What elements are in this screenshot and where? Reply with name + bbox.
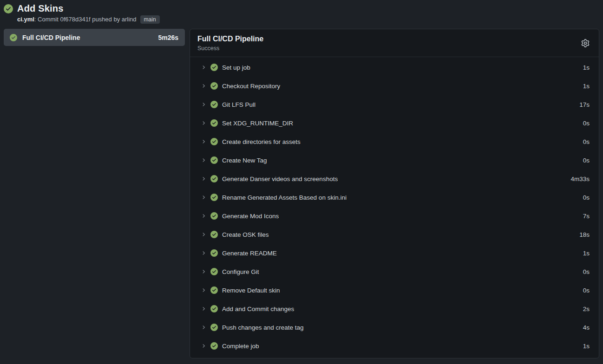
workflow-file: ci.yml [17, 16, 34, 23]
run-title: Add Skins [17, 3, 160, 14]
step-row[interactable]: Add and Commit changes 2s [190, 299, 599, 318]
check-circle-icon [210, 101, 218, 108]
chevron-right-icon[interactable] [201, 213, 206, 219]
step-name: Push changes and create tag [222, 324, 304, 331]
step-row[interactable]: Rename Generated Assets Based on skin.in… [190, 188, 599, 207]
check-circle-icon [210, 305, 218, 312]
step-row[interactable]: Complete job 1s [190, 337, 599, 355]
step-duration: 1s [583, 250, 590, 257]
step-name: Set XDG_RUNTIME_DIR [222, 120, 293, 127]
check-circle-icon [210, 82, 218, 90]
chevron-right-icon[interactable] [201, 157, 206, 163]
step-name: Add and Commit changes [222, 306, 294, 312]
step-name: Create directories for assets [222, 138, 301, 145]
run-success-icon [4, 4, 13, 13]
step-name: Create OSK files [222, 231, 269, 238]
jobs-sidebar: Full CI/CD Pipeline 5m26s [4, 29, 185, 46]
panel-job-title: Full CI/CD Pipeline [197, 34, 263, 44]
step-row[interactable]: Set XDG_RUNTIME_DIR 0s [190, 114, 599, 132]
chevron-right-icon[interactable] [201, 139, 206, 144]
step-row[interactable]: Generate README 1s [190, 244, 599, 262]
chevron-right-icon[interactable] [201, 195, 206, 200]
run-header-text: Add Skins ci.yml: Commit 0f678d341f push… [17, 3, 160, 24]
step-duration: 17s [579, 101, 590, 108]
step-name: Create New Tag [222, 157, 267, 164]
chevron-right-icon[interactable] [201, 120, 206, 126]
step-duration: 0s [583, 157, 590, 164]
check-circle-icon [210, 324, 218, 331]
check-circle-icon [210, 156, 218, 164]
check-circle-icon [210, 286, 218, 294]
step-name: Rename Generated Assets Based on skin.in… [222, 194, 347, 201]
step-duration: 1s [583, 343, 590, 350]
step-row[interactable]: Configure Git 0s [190, 262, 599, 281]
chevron-right-icon[interactable] [201, 102, 206, 107]
panel-job-status: Success [197, 45, 263, 52]
step-row[interactable]: Create New Tag 0s [190, 151, 599, 169]
run-meta: ci.yml: Commit 0f678d341f pushed by arli… [17, 15, 160, 24]
chevron-right-icon[interactable] [201, 269, 206, 274]
panel-header-text: Full CI/CD Pipeline Success [197, 34, 263, 52]
chevron-right-icon[interactable] [201, 343, 206, 349]
chevron-right-icon[interactable] [201, 83, 206, 89]
step-row[interactable]: Generate Danser videos and screenshots 4… [190, 169, 599, 188]
step-name: Generate Mod Icons [222, 213, 279, 220]
chevron-right-icon[interactable] [201, 287, 206, 293]
chevron-right-icon[interactable] [201, 250, 206, 256]
step-duration: 0s [583, 268, 590, 275]
panel-header: Full CI/CD Pipeline Success [190, 29, 599, 57]
chevron-right-icon[interactable] [201, 232, 206, 237]
check-circle-icon [210, 268, 218, 275]
step-row[interactable]: Create directories for assets 0s [190, 132, 599, 151]
step-row[interactable]: Create OSK files 18s [190, 225, 599, 244]
run-header: Add Skins ci.yml: Commit 0f678d341f push… [0, 0, 603, 26]
step-name: Checkout Repository [222, 83, 280, 90]
chevron-right-icon[interactable] [201, 325, 206, 330]
step-name: Complete job [222, 343, 259, 350]
check-circle-icon [210, 175, 218, 182]
check-circle-icon [210, 231, 218, 238]
step-name: Set up job [222, 64, 250, 71]
steps-list: Set up job 1s Checkout Repository 1s [190, 57, 599, 358]
job-duration: 5m26s [158, 34, 178, 41]
job-name: Full CI/CD Pipeline [22, 34, 153, 41]
step-duration: 0s [583, 138, 590, 145]
step-duration: 1s [583, 64, 590, 71]
commit-subtitle: : Commit 0f678d341f pushed by arlind [34, 16, 137, 23]
step-row[interactable]: Remove Default skin 0s [190, 281, 599, 299]
sidebar-job-item[interactable]: Full CI/CD Pipeline 5m26s [4, 29, 185, 46]
check-circle-icon [210, 64, 218, 71]
step-row[interactable]: Generate Mod Icons 7s [190, 207, 599, 225]
step-duration: 4s [583, 324, 590, 331]
step-name: Remove Default skin [222, 287, 280, 294]
gear-icon[interactable] [579, 37, 591, 49]
step-duration: 2s [583, 306, 590, 312]
step-duration: 1s [583, 83, 590, 90]
step-name: Git LFS Pull [222, 101, 256, 108]
step-duration: 0s [583, 287, 590, 294]
step-duration: 18s [579, 231, 590, 238]
check-circle-icon [210, 138, 218, 145]
step-row[interactable]: Git LFS Pull 17s [190, 95, 599, 114]
check-circle-icon [210, 249, 218, 257]
check-circle-icon [210, 194, 218, 201]
check-circle-icon [210, 119, 218, 127]
step-duration: 7s [583, 213, 590, 220]
step-row[interactable]: Checkout Repository 1s [190, 77, 599, 95]
step-row[interactable]: Set up job 1s [190, 58, 599, 77]
chevron-right-icon[interactable] [201, 306, 206, 312]
branch-badge[interactable]: main [140, 15, 160, 24]
step-duration: 0s [583, 194, 590, 201]
actions-run-page: Add Skins ci.yml: Commit 0f678d341f push… [0, 0, 603, 358]
run-content: Full CI/CD Pipeline 5m26s Full CI/CD Pip… [0, 26, 603, 358]
step-row[interactable]: Push changes and create tag 4s [190, 318, 599, 337]
chevron-right-icon[interactable] [201, 65, 206, 70]
job-detail-panel: Full CI/CD Pipeline Success Set up job [190, 29, 599, 358]
chevron-right-icon[interactable] [201, 176, 206, 182]
job-success-icon [10, 34, 17, 41]
step-duration: 0s [583, 120, 590, 127]
step-name: Generate Danser videos and screenshots [222, 176, 338, 182]
run-commit-info: ci.yml: Commit 0f678d341f pushed by arli… [17, 16, 137, 23]
step-name: Generate README [222, 250, 277, 257]
step-name: Configure Git [222, 268, 259, 275]
